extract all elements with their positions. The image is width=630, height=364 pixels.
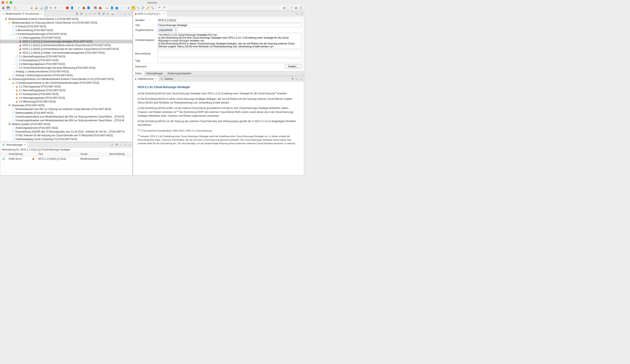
close-icon[interactable]: ✕ [163, 12, 165, 15]
tree-twisty-icon[interactable] [8, 74, 12, 77]
sync-icon[interactable]: ↻ [49, 6, 53, 10]
maximize-view-icon[interactable]: □ [128, 12, 132, 16]
tree[interactable]: ⌄🗄Mindeststandards Externe Cloud-Dienste… [0, 16, 132, 142]
tree-item[interactable]: 📄Mindeststandard des BSI zur Nutzung von… [0, 107, 132, 111]
tree-twisty-icon[interactable]: ⌄ [5, 22, 8, 24]
tree-twisty-icon[interactable] [8, 127, 12, 129]
chart1-icon[interactable]: 📊 [110, 12, 114, 16]
tree-item[interactable]: 📄Anhang 2 Abkürzungsverzeichnis [ITGS-MS… [0, 73, 132, 77]
editor-tab[interactable]: ◉ NCD.2.1.01(A1) [] C... ✕ [133, 11, 167, 16]
chart2-icon[interactable]: 📈 [115, 12, 118, 16]
minimize-view-icon[interactable]: ▭ [295, 77, 299, 81]
new-icon[interactable]: ▦ [1, 6, 6, 10]
tree-twisty-icon[interactable]: ⌄ [12, 37, 15, 39]
save-icon[interactable]: 💾 [6, 6, 10, 10]
close-icon[interactable]: ✕ [40, 12, 42, 15]
task-icon[interactable]: ✓ [120, 6, 124, 10]
view-menu-icon[interactable]: ▾ [106, 12, 110, 16]
tree-item[interactable]: ◉NCD.2.1.03(A3) [] Sicherheitskonzept fü… [0, 47, 132, 51]
tree-item[interactable]: ⌄📄2.1 Planungsphase [ITGS-MST-NCD] [0, 36, 132, 40]
titel-input[interactable] [157, 23, 302, 27]
back-icon[interactable]: ⇦ [88, 12, 92, 16]
minimize-view-icon[interactable]: ▭ [295, 12, 299, 16]
tree-twisty-icon[interactable]: › [12, 101, 15, 103]
link-icon[interactable]: 🔗 [102, 12, 105, 16]
tree-item[interactable]: ⌄🗄Mindeststandards Externe Cloud-Dienste… [0, 17, 132, 21]
report-icon[interactable]: 📘 [86, 6, 91, 10]
col-scope[interactable]: Scope [79, 152, 108, 157]
person-icon[interactable]: 👤 [70, 6, 74, 10]
close-icon[interactable]: ✕ [24, 143, 26, 146]
forward-icon[interactable]: ⇨ [93, 12, 96, 16]
tree-item[interactable]: ⌄◉Umsetzungshinweise zum Mindeststandard… [0, 77, 132, 81]
lock-icon[interactable]: 🔒 [34, 6, 38, 10]
tree-item[interactable]: 📄Anhang 1 Literaturverzeichnis [ITGS-MST… [0, 70, 132, 73]
home-icon[interactable]: ⌂ [84, 12, 88, 16]
link-icon[interactable]: 🔗 [141, 6, 145, 10]
minimize-view-icon[interactable]: ▭ [124, 143, 127, 147]
tree-item[interactable]: ›📄2.4 Beendigungsphase [ITGS-MST-NCD] [0, 62, 132, 66]
maximize-view-icon[interactable]: □ [299, 77, 303, 81]
tree-twisty-icon[interactable]: › [12, 89, 15, 92]
perspective-icon[interactable]: ⊞ [282, 6, 286, 10]
redo-icon[interactable]: ↷ [162, 6, 166, 10]
links-tab[interactable]: 🔗 Verknüpfungen ✕ [0, 142, 28, 148]
tree-item[interactable]: ›◉2.5 Mitnutzung [ITGS-MST-NCD] [0, 100, 132, 103]
tool-icon[interactable]: 📋 [13, 6, 17, 10]
table-row[interactable]: 🔗 erfüllt durch ◉ NCD.2.1.01(M1) [] Clou… [0, 157, 132, 161]
tree-twisty-icon[interactable] [8, 131, 12, 133]
tree-item[interactable]: 📄Kriterienkatalog Cloud Computing C5 [IT… [0, 137, 132, 141]
tree-item[interactable]: ◉NCD.2.1.01(A1) [] Cloud-Nutzungs-Strate… [0, 40, 132, 43]
tree-twisty-icon[interactable]: › [12, 59, 15, 61]
tags-input[interactable] [157, 59, 302, 63]
isms-icon[interactable]: ◆ [294, 6, 298, 10]
copy-icon[interactable]: 📄 [20, 6, 24, 10]
menu-icon[interactable]: ⋮ [119, 143, 123, 147]
tree-twisty-icon[interactable]: › [12, 55, 15, 58]
filter-icon[interactable]: ⚗ [115, 143, 118, 147]
catalog-icon[interactable]: 📚 [93, 6, 98, 10]
tree-twisty-icon[interactable] [16, 44, 18, 46]
key-icon[interactable]: 🔑 [146, 6, 150, 10]
tree-twisty-icon[interactable]: › [12, 63, 15, 65]
chart-icon[interactable]: 📊 [39, 6, 43, 10]
minimize-window-button[interactable] [6, 1, 8, 4]
col-link[interactable]: Verknüpfung [7, 152, 30, 157]
book-icon[interactable]: 📖 [105, 6, 109, 10]
tree-item[interactable]: ⌄🗄Weitere Quellen [ITGS-MST-NCD] [0, 122, 132, 126]
tree-twisty-icon[interactable] [8, 119, 12, 122]
tree-twisty-icon[interactable]: ⌄ [5, 78, 8, 80]
tree-item[interactable]: ⌄◉2 Umsetzungshinweise zu den Sicherheit… [0, 81, 132, 85]
expand-icon[interactable]: ⊞ [75, 12, 79, 16]
tree-twisty-icon[interactable]: › [12, 97, 15, 99]
maximize-view-icon[interactable]: □ [128, 143, 132, 147]
user-icon[interactable]: 👤 [110, 6, 114, 10]
tree-item[interactable]: 📄Änderungsübersicht [ITGS-MST-NCD] [0, 126, 132, 130]
tree-twisty-icon[interactable]: › [12, 67, 15, 69]
tree-item[interactable]: 📄1 Beschreibung [ITGS-MST-NCD] [0, 28, 132, 32]
tree-twisty-icon[interactable] [8, 70, 12, 73]
anforderungstext-input[interactable]: <h1>NCD.2.1.01 Cloud-Nutzungs-Strategie<… [157, 33, 302, 49]
tree-item[interactable]: ›◉2.3 Einsatzphase [ITGS-MST-NCD] [0, 92, 132, 96]
tree-twisty-icon[interactable] [8, 112, 12, 114]
col-title[interactable]: Titel [36, 152, 78, 157]
tree-twisty-icon[interactable] [16, 52, 18, 54]
tree-item[interactable]: ›📄2.2 Beschaffungsphase [ITGS-MST-NCD] [0, 55, 132, 58]
refresh-icon[interactable]: 🔄 [44, 6, 48, 10]
close-icon[interactable]: ✕ [155, 77, 157, 80]
filter-icon[interactable]: ⚗ [290, 77, 294, 81]
maximize-view-icon[interactable]: □ [299, 12, 303, 16]
tree-twisty-icon[interactable]: › [12, 93, 15, 95]
tree-item[interactable]: 📄Umsetzungshinweise zum Mindeststandard … [0, 115, 132, 119]
collapse-icon[interactable]: ⊟ [80, 12, 83, 16]
beschreibung-input[interactable] [157, 50, 302, 57]
print-icon[interactable]: 🖨 [30, 6, 34, 10]
shield-icon[interactable]: 🛡 [289, 6, 293, 10]
identifier-input[interactable] [157, 18, 302, 22]
import-icon[interactable]: 📥 [98, 6, 102, 10]
subtab-daten[interactable]: Daten [133, 71, 144, 76]
tree-twisty-icon[interactable] [16, 40, 18, 43]
tree-item[interactable]: ◉NCD.2.1.04(A4) [] Notfall- und Kontinui… [0, 51, 132, 55]
maximize-window-button[interactable] [10, 1, 12, 4]
expand-icon[interactable]: ⤢ [110, 143, 114, 147]
